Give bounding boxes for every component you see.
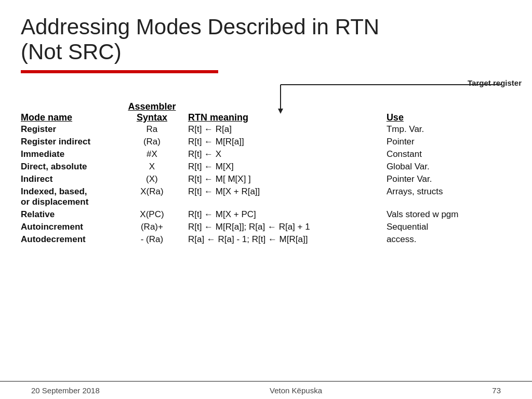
rtn-cell: R[t] ← R[a] (188, 123, 387, 136)
title-area: Addressing Modes Described in RTN (Not S… (0, 0, 532, 73)
content-area: Target register Mode name Assembler Synt… (0, 73, 532, 381)
rtn-cell: R[t] ← M[X + R[a]] (188, 185, 387, 208)
mode-cell: Indirect (21, 173, 120, 185)
asm-cell: (Ra)+ (120, 221, 188, 233)
footer: 20 September 2018 Veton Këpuska 73 (0, 381, 532, 399)
use-cell: Vals stored w pgm (387, 208, 511, 221)
use-cell: Tmp. Var. (387, 123, 511, 136)
col-header-use: Use (387, 100, 511, 123)
asm-cell: #X (120, 148, 188, 161)
use-cell: Constant (387, 148, 511, 161)
footer-page: 73 (492, 386, 501, 395)
use-cell: Pointer (387, 136, 511, 148)
asm-cell: - (Ra) (120, 233, 188, 246)
rtn-cell: R[t] ← M[R[a]]; R[a] ← R[a] + 1 (188, 221, 387, 233)
rtn-cell: R[t] ← M[R[a]] (188, 136, 387, 148)
rtn-cell: R[t] ← M[X + PC] (188, 208, 387, 221)
asm-cell: X(PC) (120, 208, 188, 221)
asm-cell: X(Ra) (120, 185, 188, 208)
footer-date: 20 September 2018 (31, 386, 100, 395)
table-row: Relative X(PC) R[t] ← M[X + PC] Vals sto… (21, 208, 511, 221)
mode-cell: Autodecrement (21, 233, 120, 246)
use-cell: Sequential (387, 221, 511, 233)
addressing-modes-table: Mode name Assembler Syntax RTN meaning U… (21, 100, 511, 246)
asm-cell: Ra (120, 123, 188, 136)
use-cell: Arrays, structs (387, 185, 511, 208)
rtn-cell: R[a] ← R[a] - 1; R[t] ← M[R[a]] (188, 233, 387, 246)
mode-cell: Immediate (21, 148, 120, 161)
rtn-cell: R[t] ← X (188, 148, 387, 161)
mode-cell: Direct, absolute (21, 161, 120, 173)
rtn-cell: R[t] ← M[X] (188, 161, 387, 173)
asm-cell: X (120, 161, 188, 173)
rtn-cell: R[t] ← M[ M[X] ] (188, 173, 387, 185)
target-register-annotation: Target register (468, 78, 522, 87)
target-register-label: Target register (468, 78, 522, 87)
table-row: Autodecrement - (Ra) R[a] ← R[a] - 1; R[… (21, 233, 511, 246)
mode-cell: Register indirect (21, 136, 120, 148)
col-header-asm: Assembler Syntax (120, 100, 188, 123)
mode-cell: Indexed, based,or displacement (21, 185, 120, 208)
use-cell: access. (387, 233, 511, 246)
table-row: Immediate #X R[t] ← X Constant (21, 148, 511, 161)
table-body: Register Ra R[t] ← R[a] Tmp. Var. Regist… (21, 123, 511, 246)
asm-cell: (Ra) (120, 136, 188, 148)
table-row: Register Ra R[t] ← R[a] Tmp. Var. (21, 123, 511, 136)
col-header-rtn: RTN meaning (188, 100, 387, 123)
table-header-row: Mode name Assembler Syntax RTN meaning U… (21, 100, 511, 123)
table-row: Indexed, based,or displacement X(Ra) R[t… (21, 185, 511, 208)
col-header-mode: Mode name (21, 100, 120, 123)
slide-title: Addressing Modes Described in RTN (Not S… (21, 15, 511, 65)
table-row: Autoincrement (Ra)+ R[t] ← M[R[a]]; R[a]… (21, 221, 511, 233)
table-row: Direct, absolute X R[t] ← M[X] Global Va… (21, 161, 511, 173)
mode-cell: Autoincrement (21, 221, 120, 233)
mode-cell: Relative (21, 208, 120, 221)
table-row: Indirect (X) R[t] ← M[ M[X] ] Pointer Va… (21, 173, 511, 185)
slide: Addressing Modes Described in RTN (Not S… (0, 0, 532, 399)
mode-cell: Register (21, 123, 120, 136)
asm-cell: (X) (120, 173, 188, 185)
table-row: Register indirect (Ra) R[t] ← M[R[a]] Po… (21, 136, 511, 148)
use-cell: Global Var. (387, 161, 511, 173)
use-cell: Pointer Var. (387, 173, 511, 185)
footer-author: Veton Këpuska (270, 386, 322, 395)
